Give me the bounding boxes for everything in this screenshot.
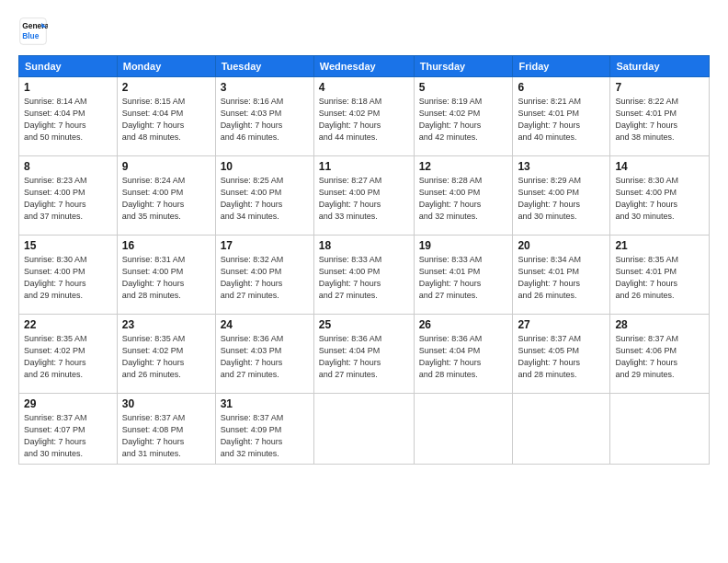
day-info: Sunrise: 8:37 AMSunset: 4:09 PMDaylight:… <box>221 412 309 460</box>
day-info: Sunrise: 8:33 AMSunset: 4:01 PMDaylight:… <box>419 254 508 302</box>
col-header-thursday: Thursday <box>414 56 513 77</box>
day-info: Sunrise: 8:36 AMSunset: 4:04 PMDaylight:… <box>419 333 508 381</box>
calendar-header-row: SundayMondayTuesdayWednesdayThursdayFrid… <box>19 56 710 77</box>
calendar-cell: 26Sunrise: 8:36 AMSunset: 4:04 PMDayligh… <box>414 315 513 394</box>
page: General Blue SundayMondayTuesdayWednesda… <box>0 0 728 563</box>
day-info: Sunrise: 8:22 AMSunset: 4:01 PMDaylight:… <box>615 96 704 144</box>
calendar-week-5: 29Sunrise: 8:37 AMSunset: 4:07 PMDayligh… <box>19 394 710 465</box>
header: General Blue <box>18 17 710 46</box>
day-info: Sunrise: 8:28 AMSunset: 4:00 PMDaylight:… <box>419 175 508 223</box>
day-number: 31 <box>221 397 309 410</box>
calendar-cell: 28Sunrise: 8:37 AMSunset: 4:06 PMDayligh… <box>610 315 710 394</box>
svg-text:Blue: Blue <box>22 31 40 40</box>
day-number: 16 <box>122 239 210 252</box>
day-number: 9 <box>122 160 210 173</box>
calendar-cell: 21Sunrise: 8:35 AMSunset: 4:01 PMDayligh… <box>610 236 710 315</box>
calendar-cell: 7Sunrise: 8:22 AMSunset: 4:01 PMDaylight… <box>610 77 710 156</box>
day-number: 30 <box>122 397 210 410</box>
col-header-friday: Friday <box>513 56 610 77</box>
day-info: Sunrise: 8:15 AMSunset: 4:04 PMDaylight:… <box>122 96 210 144</box>
day-info: Sunrise: 8:29 AMSunset: 4:00 PMDaylight:… <box>518 175 605 223</box>
calendar-cell <box>313 394 414 465</box>
day-number: 29 <box>24 397 112 410</box>
day-info: Sunrise: 8:34 AMSunset: 4:01 PMDaylight:… <box>518 254 605 302</box>
day-info: Sunrise: 8:31 AMSunset: 4:00 PMDaylight:… <box>122 254 210 302</box>
day-number: 24 <box>221 318 309 331</box>
day-number: 6 <box>518 81 605 94</box>
calendar-cell: 4Sunrise: 8:18 AMSunset: 4:02 PMDaylight… <box>313 77 414 156</box>
day-number: 10 <box>221 160 309 173</box>
calendar-cell: 27Sunrise: 8:37 AMSunset: 4:05 PMDayligh… <box>513 315 610 394</box>
day-info: Sunrise: 8:35 AMSunset: 4:02 PMDaylight:… <box>122 333 210 381</box>
calendar-cell: 24Sunrise: 8:36 AMSunset: 4:03 PMDayligh… <box>215 315 313 394</box>
day-number: 21 <box>615 239 704 252</box>
day-info: Sunrise: 8:23 AMSunset: 4:00 PMDaylight:… <box>24 175 112 223</box>
day-number: 23 <box>122 318 210 331</box>
calendar-cell <box>610 394 710 465</box>
day-number: 3 <box>221 81 309 94</box>
logo: General Blue <box>18 17 48 46</box>
day-info: Sunrise: 8:35 AMSunset: 4:02 PMDaylight:… <box>24 333 112 381</box>
day-number: 27 <box>518 318 605 331</box>
day-info: Sunrise: 8:27 AMSunset: 4:00 PMDaylight:… <box>319 175 409 223</box>
calendar-cell: 10Sunrise: 8:25 AMSunset: 4:00 PMDayligh… <box>215 156 313 236</box>
day-info: Sunrise: 8:37 AMSunset: 4:07 PMDaylight:… <box>24 412 112 460</box>
logo-icon: General Blue <box>18 17 48 46</box>
col-header-monday: Monday <box>117 56 215 77</box>
day-info: Sunrise: 8:37 AMSunset: 4:05 PMDaylight:… <box>518 333 605 381</box>
day-info: Sunrise: 8:24 AMSunset: 4:00 PMDaylight:… <box>122 175 210 223</box>
day-info: Sunrise: 8:25 AMSunset: 4:00 PMDaylight:… <box>221 175 309 223</box>
day-info: Sunrise: 8:33 AMSunset: 4:00 PMDaylight:… <box>319 254 409 302</box>
day-info: Sunrise: 8:36 AMSunset: 4:03 PMDaylight:… <box>221 333 309 381</box>
day-number: 7 <box>615 81 704 94</box>
calendar-cell: 18Sunrise: 8:33 AMSunset: 4:00 PMDayligh… <box>313 236 414 315</box>
calendar-cell: 3Sunrise: 8:16 AMSunset: 4:03 PMDaylight… <box>215 77 313 156</box>
calendar-cell: 14Sunrise: 8:30 AMSunset: 4:00 PMDayligh… <box>610 156 710 236</box>
day-info: Sunrise: 8:30 AMSunset: 4:00 PMDaylight:… <box>24 254 112 302</box>
day-number: 4 <box>319 81 409 94</box>
calendar-cell: 9Sunrise: 8:24 AMSunset: 4:00 PMDaylight… <box>117 156 215 236</box>
day-info: Sunrise: 8:21 AMSunset: 4:01 PMDaylight:… <box>518 96 605 144</box>
col-header-wednesday: Wednesday <box>313 56 414 77</box>
calendar-cell: 2Sunrise: 8:15 AMSunset: 4:04 PMDaylight… <box>117 77 215 156</box>
calendar-cell: 29Sunrise: 8:37 AMSunset: 4:07 PMDayligh… <box>19 394 118 465</box>
day-info: Sunrise: 8:14 AMSunset: 4:04 PMDaylight:… <box>24 96 112 144</box>
day-number: 5 <box>419 81 508 94</box>
calendar-week-1: 1Sunrise: 8:14 AMSunset: 4:04 PMDaylight… <box>19 77 710 156</box>
day-number: 14 <box>615 160 704 173</box>
col-header-sunday: Sunday <box>19 56 118 77</box>
day-info: Sunrise: 8:37 AMSunset: 4:06 PMDaylight:… <box>615 333 704 381</box>
calendar-cell: 8Sunrise: 8:23 AMSunset: 4:00 PMDaylight… <box>19 156 118 236</box>
calendar-cell: 5Sunrise: 8:19 AMSunset: 4:02 PMDaylight… <box>414 77 513 156</box>
calendar-cell: 15Sunrise: 8:30 AMSunset: 4:00 PMDayligh… <box>19 236 118 315</box>
calendar-cell: 13Sunrise: 8:29 AMSunset: 4:00 PMDayligh… <box>513 156 610 236</box>
calendar-cell: 6Sunrise: 8:21 AMSunset: 4:01 PMDaylight… <box>513 77 610 156</box>
day-number: 26 <box>419 318 508 331</box>
calendar-cell: 11Sunrise: 8:27 AMSunset: 4:00 PMDayligh… <box>313 156 414 236</box>
calendar-week-4: 22Sunrise: 8:35 AMSunset: 4:02 PMDayligh… <box>19 315 710 394</box>
day-number: 8 <box>24 160 112 173</box>
calendar-cell <box>414 394 513 465</box>
day-info: Sunrise: 8:16 AMSunset: 4:03 PMDaylight:… <box>221 96 309 144</box>
calendar-week-2: 8Sunrise: 8:23 AMSunset: 4:00 PMDaylight… <box>19 156 710 236</box>
day-number: 13 <box>518 160 605 173</box>
calendar-cell: 16Sunrise: 8:31 AMSunset: 4:00 PMDayligh… <box>117 236 215 315</box>
calendar-cell: 31Sunrise: 8:37 AMSunset: 4:09 PMDayligh… <box>215 394 313 465</box>
col-header-tuesday: Tuesday <box>215 56 313 77</box>
day-number: 22 <box>24 318 112 331</box>
calendar-cell: 17Sunrise: 8:32 AMSunset: 4:00 PMDayligh… <box>215 236 313 315</box>
day-number: 17 <box>221 239 309 252</box>
day-number: 25 <box>319 318 409 331</box>
calendar-cell: 23Sunrise: 8:35 AMSunset: 4:02 PMDayligh… <box>117 315 215 394</box>
calendar-week-3: 15Sunrise: 8:30 AMSunset: 4:00 PMDayligh… <box>19 236 710 315</box>
day-number: 15 <box>24 239 112 252</box>
calendar-cell: 25Sunrise: 8:36 AMSunset: 4:04 PMDayligh… <box>313 315 414 394</box>
day-number: 19 <box>419 239 508 252</box>
calendar-cell: 20Sunrise: 8:34 AMSunset: 4:01 PMDayligh… <box>513 236 610 315</box>
calendar-cell: 19Sunrise: 8:33 AMSunset: 4:01 PMDayligh… <box>414 236 513 315</box>
day-number: 18 <box>319 239 409 252</box>
day-number: 28 <box>615 318 704 331</box>
calendar-cell: 30Sunrise: 8:37 AMSunset: 4:08 PMDayligh… <box>117 394 215 465</box>
day-info: Sunrise: 8:30 AMSunset: 4:00 PMDaylight:… <box>615 175 704 223</box>
day-number: 2 <box>122 81 210 94</box>
